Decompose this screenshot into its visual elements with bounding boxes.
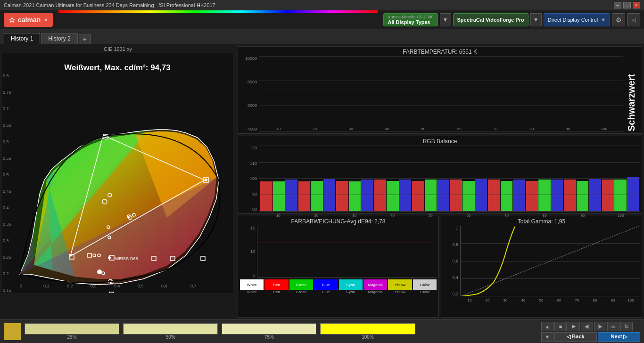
- refresh-button[interactable]: ↻: [620, 322, 633, 331]
- swatch-blue: Blue: [314, 279, 338, 290]
- bottom-bar: 25% 50% 75% 100% ▲ ■ ▶ ◀| |▶ ∞ ↻ ▼ ◁ Bac…: [0, 319, 644, 343]
- progress-label-25: 25%: [67, 335, 77, 340]
- svg-text:WEISS-D65: WEISS-D65: [115, 256, 138, 261]
- svg-point-13: [205, 179, 207, 181]
- right-panel: FARBTEMPERATUR: 6551 K 10000 8000 6000 4…: [236, 44, 644, 319]
- colorimeter-selector[interactable]: Konica Minolta CS-2000 All Display Types: [383, 13, 438, 26]
- de-threshold-line: [257, 243, 437, 243]
- tabs-bar: History 1 History 2 +: [0, 29, 644, 44]
- progress-bar-25: [25, 323, 119, 335]
- nav-row-top: ▲ ■ ▶ ◀| |▶ ∞ ↻: [541, 322, 640, 331]
- nav-row-bottom: ▼ ◁ Back Next ▷: [541, 332, 640, 342]
- menu-bar: ☆ calman ▼ Konica Minolta CS-2000 All Di…: [0, 10, 644, 29]
- swatch-red: Red: [264, 279, 288, 290]
- progress-bar-50: [123, 323, 218, 335]
- temp-chart-section: FARBTEMPERATUR: 6551 K 10000 8000 6000 4…: [238, 46, 642, 134]
- svg-text:0,4: 0,4: [114, 284, 120, 288]
- de-swatch-labels: White Red Green Blue Cyan Magenta Yellow…: [240, 290, 437, 294]
- de-chart-area: 15 10 5: [240, 226, 437, 278]
- left-panel: CIE 1931 xy Weißwert, Max. cd/m²: 94,73 …: [0, 44, 236, 319]
- de-y-axis: 15 10 5: [240, 226, 257, 278]
- temp-y-axis: 10000 8000 6000 4000: [240, 56, 259, 131]
- scroll-down-button[interactable]: ▼: [541, 332, 553, 342]
- cie-dot-white: [108, 256, 111, 259]
- colorimeter-label: Konica Minolta CS-2000: [388, 15, 433, 19]
- scroll-up-button[interactable]: ▲: [541, 322, 553, 331]
- gamma-y-axis: 1 0,8 0,6 0,4 0,2: [443, 226, 460, 296]
- back-button[interactable]: ◁ Back: [554, 332, 597, 342]
- rgb-bars: 10 20 30 40 50 60 70 80 90 100: [259, 146, 640, 212]
- cie-chart: Weißwert, Max. cd/m²: 94,73 0,8 0,75 0,7…: [2, 53, 233, 293]
- progress-bar-75: [222, 323, 316, 335]
- swatch-magenta: Magenta: [363, 279, 387, 290]
- temp-chart-title: FARBTEMPERATUR: 6551 K: [240, 49, 640, 55]
- step-fwd-button[interactable]: |▶: [594, 322, 606, 331]
- progress-100: 100%: [320, 323, 415, 340]
- swatch-white: White: [240, 279, 264, 290]
- rgb-x-labels: 10 20 30 40 50 60 70 80 90 100: [259, 213, 640, 218]
- swatch-green: Green: [289, 279, 313, 290]
- pattern-label: SpectraCal VideoForge Pro: [457, 17, 524, 23]
- window-title: Calman 2021 Calman Ultimate for Business…: [4, 2, 215, 8]
- calman-logo-text: calman: [18, 16, 41, 24]
- svg-point-17: [97, 270, 102, 274]
- de-bars-area: [257, 226, 437, 278]
- progress-label-75: 75%: [264, 335, 274, 340]
- pattern-selector[interactable]: SpectraCal VideoForge Pro: [453, 13, 528, 26]
- swatch-small-preview: [4, 323, 21, 340]
- gamma-svg: [461, 226, 640, 296]
- colorimeter-sublabel: All Display Types: [388, 19, 433, 25]
- svg-text:0,5: 0,5: [138, 284, 144, 288]
- rgb-chart-area: 120 110 100 90 80: [240, 146, 640, 212]
- svg-text:0,3: 0,3: [91, 284, 97, 288]
- tab-history1[interactable]: History 1: [4, 33, 40, 44]
- gamma-chart-area: 1 0,8 0,6 0,4 0,2: [443, 226, 640, 296]
- gamma-chart-title: Total Gamma: 1,95: [443, 218, 640, 225]
- svg-rect-26: [109, 292, 114, 293]
- minimize-button[interactable]: ─: [614, 2, 621, 8]
- cie-gamut-svg: WEISS-D65: [2, 53, 233, 293]
- rainbow-bar: [58, 10, 378, 13]
- display-label: Direct Display Control: [548, 17, 598, 23]
- rgb-chart-section: RGB Balance 120 110 100 90 80: [238, 136, 642, 214]
- de-chart-section: FARBABWEICHUNG-Avg dE94: 2,78 15 10 5: [238, 216, 439, 318]
- step-back-button[interactable]: ◀|: [581, 322, 593, 331]
- maximize-button[interactable]: □: [623, 2, 631, 8]
- bottom-charts-row: FARBABWEICHUNG-Avg dE94: 2,78 15 10 5: [238, 216, 642, 318]
- repeat-button[interactable]: ∞: [607, 322, 619, 331]
- de-swatches: White Red Green Blue Cyan Magenta Yellow…: [240, 279, 437, 290]
- gamma-canvas-area: 10 20 30 40 50 60 70 80 90 100: [460, 226, 640, 296]
- rgb-y-axis: 120 110 100 90 80: [240, 146, 259, 212]
- svg-text:0,1: 0,1: [43, 284, 50, 288]
- gamma-chart-section: Total Gamma: 1,95 1 0,8 0,6 0,4 0,2: [441, 216, 642, 318]
- nav-controls: ▲ ■ ▶ ◀| |▶ ∞ ↻ ▼ ◁ Back Next ▷: [541, 322, 640, 342]
- logo-dropdown-arrow[interactable]: ▼: [43, 17, 48, 23]
- svg-line-44: [461, 226, 640, 296]
- pin-button[interactable]: ◁: [627, 13, 640, 26]
- tab-add-button[interactable]: +: [79, 34, 91, 44]
- display-selector[interactable]: Direct Display Control ▼: [544, 13, 610, 26]
- pattern-dropdown-btn[interactable]: ▼: [530, 13, 542, 26]
- tab-history2[interactable]: History 2: [41, 33, 77, 44]
- play-button[interactable]: ▶: [568, 322, 580, 331]
- colorimeter-dropdown-btn[interactable]: ▼: [440, 13, 451, 26]
- svg-text:0,2: 0,2: [67, 284, 73, 288]
- swatch-yellow: Yellow: [388, 279, 412, 290]
- temp-chart-area: 10000 8000 6000 4000 10: [240, 56, 640, 131]
- stop-button[interactable]: ■: [554, 322, 567, 331]
- window-controls[interactable]: ─ □ ✕: [614, 2, 640, 8]
- menu-right: Konica Minolta CS-2000 All Display Types…: [383, 13, 640, 26]
- de-chart-title: FARBABWEICHUNG-Avg dE94: 2,78: [240, 218, 437, 225]
- svg-text:0: 0: [20, 284, 22, 288]
- close-button[interactable]: ✕: [633, 2, 640, 8]
- calman-logo-icon: ☆: [8, 16, 15, 24]
- swatch-cyan: Cyan: [339, 279, 363, 290]
- next-button[interactable]: Next ▷: [598, 332, 640, 342]
- settings-button[interactable]: ⚙: [612, 13, 625, 26]
- calman-logo[interactable]: ☆ calman ▼: [4, 13, 53, 27]
- temp-bars: 10 20 30 40: [259, 56, 623, 131]
- svg-text:0,7: 0,7: [190, 284, 197, 288]
- display-dropdown-arrow[interactable]: ▼: [601, 17, 606, 23]
- progress-label-100: 100%: [362, 335, 374, 340]
- gamma-x-labels: 10 20 30 40 50 60 70 80 90 100: [461, 298, 640, 302]
